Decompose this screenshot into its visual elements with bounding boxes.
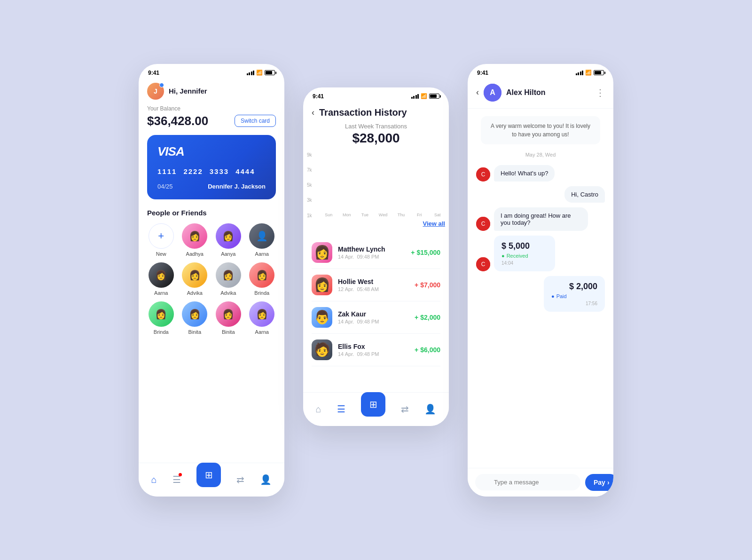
back-button[interactable]: ‹ [312,108,314,118]
scan-icon-2: ⊞ [369,399,377,410]
home-nav-icon-2[interactable]: ⌂ [316,404,321,415]
transfer-nav-icon-2[interactable]: ⇄ [401,403,409,415]
person-item[interactable]: 👩 Brinda [147,301,175,335]
card-expiry: 04/25 [157,183,173,190]
bar-chart: 1k 3k 5k 7k 9k Sun Mon Tue [303,152,449,232]
scan-icon: ⊞ [205,469,213,481]
person-item[interactable]: 👩 Aarna [147,262,175,296]
msg-bubble-0: Hello! What's up? [494,165,555,181]
person-item[interactable]: 👩 Aanya [214,223,243,257]
card-number: 1111 2222 3333 4444 [157,167,266,175]
tx-amount-0: + $15,000 [411,249,440,256]
phone-1: 9:41 📶 J Hi, Jennifer Your Balance $36,4… [139,64,284,497]
signal-icon-3 [576,71,584,75]
list-nav-icon[interactable]: ☰ [172,474,181,485]
card-seg-3: 3333 [210,167,229,175]
bar-label-wed: Wed [379,213,387,217]
person-item[interactable]: 👩 Brinda [248,262,276,296]
battery-icon-3 [594,70,604,75]
tx-name-3: Ellis Fox [338,343,409,350]
tx-header: ‹ Transaction History [303,103,449,118]
msg-row-0: C Hello! What's up? [476,165,605,181]
person-item[interactable]: 👩 Aarna [248,301,276,335]
pay-button[interactable]: Pay › [585,474,613,491]
msg-bubble-1: Hi, Castro [564,186,605,203]
chat-user-info: Alex Hilton [506,88,546,97]
bar-label-mon: Mon [343,213,351,217]
chat-input-wrap: 🙂 [475,474,580,490]
profile-nav-icon[interactable]: 👤 [260,474,272,485]
chart-bars: Sun Mon Tue Wed Thu [321,152,445,218]
tx-row-1[interactable]: 👩 Hollie West 12 Apr. 05:48 AM + $7,000 [312,269,440,301]
wifi-icon: 📶 [256,70,263,76]
sent-time: 17:56 [551,301,597,306]
tx-info-3: Ellis Fox 14 Apr. 09:48 PM [338,343,409,357]
tx-subtitle: Last Week Transations [303,123,449,130]
person-name: Binita [222,329,235,335]
bar-label-thu: Thu [398,213,405,217]
chat-back-button[interactable]: ‹ [476,87,479,97]
tx-row-3[interactable]: 🧑 Ellis Fox 14 Apr. 09:48 PM + $6,000 [312,334,440,366]
person-item[interactable]: 👩 Binita [181,301,209,335]
person-avatar: 👩 [149,301,174,327]
switch-card-button[interactable]: Switch card [235,115,276,127]
person-item[interactable]: 👩 Advika [181,262,209,296]
tx-date-2: 14 Apr. 09:48 PM [338,319,409,324]
chart-y-labels: 1k 3k 5k 7k 9k [307,152,321,218]
more-options-icon[interactable]: ⋮ [595,87,605,98]
svg-text:C: C [481,221,486,227]
tx-date-1: 12 Apr. 05:48 AM [338,286,409,292]
scan-fab-button[interactable]: ⊞ [196,463,221,487]
pay-label: Pay [594,479,605,486]
person-item[interactable]: 👤 Aarna [248,223,276,257]
payment-sent-row: $ 2,000 ●Paid 17:56 [476,276,605,312]
card-seg-1: 1111 [157,167,177,175]
add-new-person[interactable]: + New [147,223,175,257]
home-nav-icon[interactable]: ⌂ [151,474,157,485]
tx-amount-3: + $6,000 [415,346,440,354]
pay-chevron-icon: › [607,479,610,486]
person-item[interactable]: 👩 Advika [214,262,243,296]
transfer-nav-icon[interactable]: ⇄ [236,474,244,485]
chat-input-field[interactable] [475,474,580,490]
tx-row-0[interactable]: 👩 Matthew Lynch 14 Apr. 09:48 PM + $15,0… [312,237,440,269]
bar-fri: Fri [412,211,427,217]
tx-title: Transaction History [319,107,407,118]
bar-sun: Sun [321,211,337,217]
y-label: 9k [307,152,321,158]
person-avatar: 👩 [216,223,241,249]
svg-text:C: C [481,261,486,268]
person-item[interactable]: 👩 Binita [214,301,243,335]
greeting-text: Hi, Jennifer [169,87,207,95]
time-1: 9:41 [148,70,159,76]
profile-nav-icon-2[interactable]: 👤 [424,403,436,415]
view-all-link[interactable]: View all [307,218,445,232]
person-name: Aadhya [186,251,204,257]
tx-row-2[interactable]: 👨 Zak Kaur 14 Apr. 09:48 PM + $2,000 [312,301,440,334]
tx-info-0: Matthew Lynch 14 Apr. 09:48 PM [338,245,405,260]
person-name: Advika [187,290,203,296]
list-nav-icon-2[interactable]: ☰ [337,403,345,415]
received-time: 14:04 [501,260,548,266]
msg-bubble-2: I am doing great! How are you today? [494,207,588,231]
date-divider: May 28, Wed [476,152,605,158]
add-person-button[interactable]: + [149,223,174,249]
payment-received-row: C $ 5,000 ●Received 14:04 [476,236,605,271]
bar-sat: Sat [430,211,445,217]
tx-name-0: Matthew Lynch [338,245,405,253]
received-status: ●Received [501,253,548,259]
bottom-nav-2: ⌂ ☰ ⊞ ⇄ 👤 [303,392,449,426]
new-label: New [156,251,166,257]
user-header: J Hi, Jennifer [147,79,276,105]
sender-avatar-2: C [476,217,490,231]
status-bar-3: 9:41 📶 [468,64,613,79]
tx-date-0: 14 Apr. 09:48 PM [338,254,405,260]
chat-username: Alex Hilton [506,88,546,97]
scan-fab-button-2[interactable]: ⊞ [361,392,385,417]
sent-amount: $ 2,000 [551,282,597,292]
person-item[interactable]: 👩 Aadhya [181,223,209,257]
y-label: 7k [307,167,321,173]
people-section-title: People or Friends [147,209,276,217]
person-name: Brinda [154,329,169,335]
chat-header-left: ‹ A Alex Hilton [476,84,546,102]
